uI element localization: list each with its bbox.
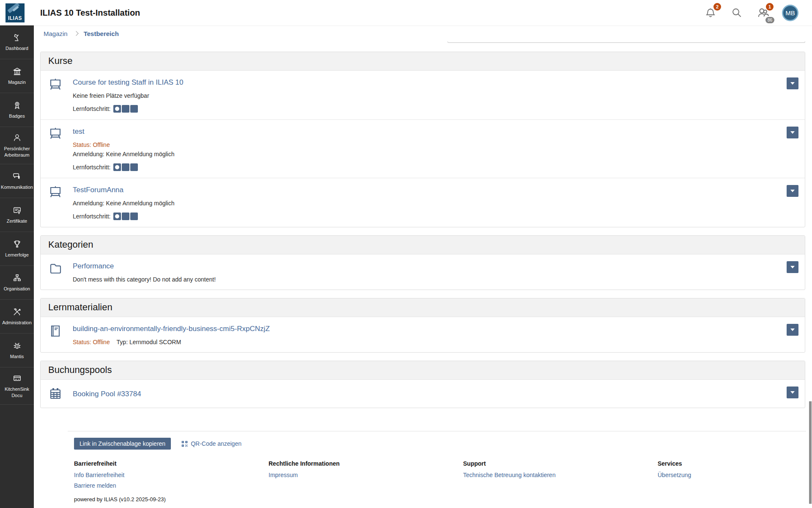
course-link[interactable]: test — [73, 127, 84, 136]
caret-down-icon — [790, 82, 795, 85]
status-badge: Status: Offline — [73, 141, 175, 148]
sidebar-item-badges[interactable]: Badges — [0, 93, 34, 127]
actions-dropdown-button[interactable] — [787, 387, 798, 398]
sidebar-item-label: Mantis — [10, 353, 24, 359]
sidebar-item-label: Organisation — [4, 286, 30, 292]
notifications-button[interactable]: 2 — [703, 6, 718, 20]
course-link[interactable]: TestForumAnna — [73, 186, 123, 194]
footer-link[interactable]: Barriere melden — [74, 482, 269, 489]
section-buchungspools: Buchungspools Booking Pool #33784 — [40, 361, 805, 408]
sidebar-item-label: Kommunikation — [1, 184, 33, 190]
sidebar-item-administration[interactable]: Administration — [0, 300, 34, 334]
registration-info: Anmeldung: Keine Anmeldung möglich — [73, 151, 175, 157]
material-link[interactable]: building-an-environmentally-friendly-bus… — [73, 325, 270, 333]
sidebar-item-label: Dashboard — [5, 45, 28, 51]
search-button[interactable] — [730, 6, 744, 20]
search-icon — [731, 7, 743, 19]
sidebar-item-kommunikation[interactable]: Kommunikation — [0, 164, 34, 198]
sidebar-item-label: Persönlicher Arbeitsraum — [1, 146, 33, 158]
sidebar-item-magazin[interactable]: Magazin — [0, 59, 34, 93]
material-type: Typ: Lernmodul SCORM — [117, 339, 181, 345]
copy-link-button[interactable]: Link in Zwischenablage kopieren — [74, 438, 171, 450]
actions-dropdown-button[interactable] — [787, 185, 798, 197]
footer-link[interactable]: Technische Betreuung kontaktieren — [463, 472, 658, 478]
progress-square-icon — [122, 105, 129, 113]
progress-square-icon — [122, 213, 129, 220]
avatar[interactable]: MB — [782, 5, 798, 21]
actions-dropdown-button[interactable] — [787, 261, 798, 273]
messages-badge: 86 — [765, 17, 774, 23]
header-actions: 2 1 86 MB — [703, 0, 812, 25]
qr-code-label: QR-Code anzeigen — [191, 440, 241, 447]
learning-progress: Lernfortschritt: — [73, 163, 175, 171]
notifications-badge: 2 — [713, 3, 721, 11]
contacts-button[interactable]: 1 86 — [756, 6, 770, 20]
learning-progress: Lernfortschritt: — [73, 213, 175, 220]
progress-label: Lernfortschritt: — [73, 105, 110, 112]
progress-square-icon — [113, 105, 121, 113]
progress-square-icon — [113, 213, 121, 220]
actions-dropdown-button[interactable] — [787, 77, 798, 89]
card-icon — [12, 373, 22, 383]
desk-lamp-icon — [12, 33, 22, 42]
breadcrumb: Magazin Testbereich — [34, 25, 812, 41]
actions-dropdown-button[interactable] — [787, 324, 798, 336]
status-badge: Status: Offline — [73, 339, 110, 345]
section-lernmaterialien: Lernmaterialien building-an-environmenta… — [40, 298, 805, 353]
sidebar-item-label: KitchenSink Docu — [1, 386, 33, 398]
sidebar-item-label: Magazin — [8, 79, 26, 85]
footer-col-rechtliches: Rechtliche Informationen Impressum — [269, 460, 463, 493]
user-icon — [12, 133, 22, 143]
logo-text: ILIAS — [5, 15, 25, 21]
course-note: Keine freien Plätze verfügbar — [73, 92, 183, 99]
sidebar-item-label: Badges — [9, 113, 25, 119]
progress-square-icon — [130, 105, 138, 113]
course-link[interactable]: Course for testing Staff in ILIAS 10 — [73, 78, 183, 87]
certificate-icon — [12, 205, 22, 215]
footer-link[interactable]: Info Barrierefreiheit — [74, 472, 269, 478]
top-header: ILIAS ILIAS 10 Test-Installation 2 1 — [0, 0, 812, 25]
category-link[interactable]: Performance — [73, 262, 114, 271]
contacts-badge: 1 — [766, 3, 774, 11]
learning-module-icon — [48, 324, 63, 338]
list-item-course: TestForumAnna Anmeldung: Keine Anmeldung… — [41, 178, 805, 227]
list-item-category: Performance Don't mess with this categor… — [41, 254, 805, 290]
footer-col-support: Support Technische Betreuung kontaktiere… — [463, 460, 658, 493]
booking-pool-link[interactable]: Booking Pool #33784 — [73, 390, 141, 398]
progress-square-icon — [113, 163, 121, 171]
actions-dropdown-button[interactable] — [787, 127, 798, 138]
list-item-material: building-an-environmentally-friendly-bus… — [41, 317, 805, 352]
calendar-icon — [48, 387, 63, 401]
bug-icon — [12, 341, 22, 351]
sidebar-item-label: Administration — [2, 320, 32, 326]
footer-col-services: Services Übersetzung — [658, 460, 812, 493]
footer-col-title: Support — [463, 460, 658, 467]
section-title: Kurse — [41, 52, 805, 71]
sidebar-item-zertifikate[interactable]: Zertifikate — [0, 198, 34, 232]
section-title: Kategorien — [41, 236, 805, 254]
breadcrumb-item-magazin[interactable]: Magazin — [44, 30, 68, 37]
breadcrumb-item-testbereich[interactable]: Testbereich — [84, 30, 119, 37]
footer-link[interactable]: Impressum — [269, 472, 463, 478]
badge-ribbon-icon — [12, 100, 22, 110]
bank-icon — [12, 66, 22, 76]
vertical-scrollbar[interactable] — [809, 401, 812, 504]
sidebar-item-label: Zertifikate — [7, 218, 27, 224]
section-title: Lernmaterialien — [41, 298, 805, 317]
page-title: ILIAS 10 Test-Installation — [40, 8, 140, 18]
sidebar-item-organisation[interactable]: Organisation — [0, 266, 34, 300]
sidebar-item-dashboard[interactable]: Dashboard — [0, 25, 34, 59]
registration-info: Anmeldung: Keine Anmeldung möglich — [73, 200, 175, 207]
qr-code-link[interactable]: QR-Code anzeigen — [181, 440, 241, 447]
sidebar-item-lernerfolge[interactable]: Lernerfolge — [0, 232, 34, 266]
footer-link[interactable]: Übersetzung — [658, 472, 812, 478]
powered-by-text: powered by ILIAS (v10.2 2025-09-23) — [74, 496, 166, 502]
ilias-logo[interactable]: ILIAS — [5, 3, 25, 22]
main-content: Kurse Course for testing Staff in ILIAS … — [34, 41, 812, 508]
sidebar-item-mantis[interactable]: Mantis — [0, 334, 34, 367]
chat-bubbles-icon — [12, 171, 22, 181]
footer-columns: Barrierefreiheit Info Barrierefreiheit B… — [68, 460, 806, 493]
sidebar-item-personal-workspace[interactable]: Persönlicher Arbeitsraum — [0, 127, 34, 164]
sidebar-item-kitchensink-docu[interactable]: KitchenSink Docu — [0, 367, 34, 405]
section-kategorien: Kategorien Performance Don't mess with t… — [40, 235, 805, 290]
